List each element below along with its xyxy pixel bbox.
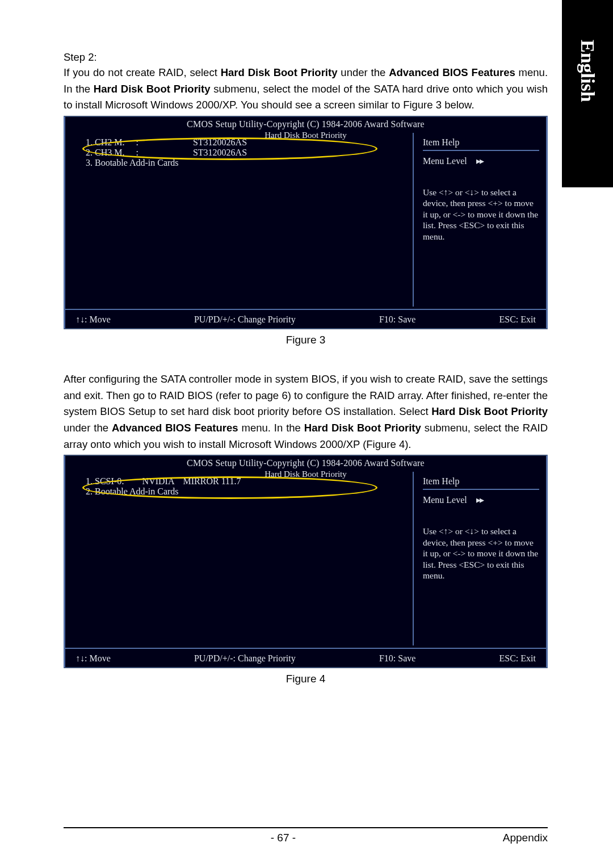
bios-left-panel: 1. SCSI-0: NVIDIA MIRROR 111.7 2. Bootab… xyxy=(65,472,413,645)
bold-text: Hard Disk Boot Priority xyxy=(221,66,338,78)
footer-move: ↑↓: Move xyxy=(75,653,111,664)
footer-save: F10: Save xyxy=(379,315,415,325)
language-tab: English xyxy=(562,0,613,187)
footer-exit: ESC: Exit xyxy=(499,653,536,664)
bios-screenshot-1: CMOS Setup Utility-Copyright (C) 1984-20… xyxy=(64,116,548,329)
text: If you do not create RAID, select xyxy=(64,66,221,78)
arrow-icon: ▸▸ xyxy=(476,156,483,166)
figure-caption-4: Figure 4 xyxy=(64,673,548,685)
bold-text: Hard Disk Boot Priority xyxy=(431,405,548,417)
page-footer: - 67 - Appendix xyxy=(64,827,548,844)
bold-text: Advanced BIOS Features xyxy=(112,422,238,434)
bold-text: Advanced BIOS Features xyxy=(389,66,515,78)
text: menu. In the xyxy=(238,422,304,434)
intro-paragraph: If you do not create RAID, select Hard D… xyxy=(64,65,548,114)
bios-copyright: CMOS Setup Utility-Copyright (C) 1984-20… xyxy=(65,456,546,468)
bios-subtitle: Hard Disk Boot Priority xyxy=(65,469,546,479)
bios-instructions: Use <↑> or <↓> to select a device, then … xyxy=(423,526,539,581)
main-content: Step 2: If you do not create RAID, selec… xyxy=(0,0,613,702)
text: under the xyxy=(64,422,112,434)
step-label: Step 2: xyxy=(64,51,548,64)
mid-paragraph: After configuring the SATA controller mo… xyxy=(64,371,548,452)
bios-instructions: Use <↑> or <↓> to select a device, then … xyxy=(423,187,539,242)
menu-level-label: Menu Level xyxy=(423,495,467,505)
arrow-icon: ▸▸ xyxy=(476,495,483,505)
bios-screenshot-2: CMOS Setup Utility-Copyright (C) 1984-20… xyxy=(64,455,548,668)
footer-exit: ESC: Exit xyxy=(499,315,536,325)
bios-help-panel: Item Help Menu Level ▸▸ Use <↑> or <↓> t… xyxy=(413,472,546,645)
figure-caption-3: Figure 3 xyxy=(64,334,548,346)
bios-left-panel: 1. CH2 M. : ST3120026AS 2. CH3 M. : ST31… xyxy=(65,133,413,307)
footer-change: PU/PD/+/-: Change Priority xyxy=(194,315,296,325)
text: under the xyxy=(337,66,389,78)
bold-text: Hard Disk Boot Priority xyxy=(304,422,421,434)
footer-move: ↑↓: Move xyxy=(75,315,111,325)
bios-copyright: CMOS Setup Utility-Copyright (C) 1984-20… xyxy=(65,117,546,129)
bold-text: Hard Disk Boot Priority xyxy=(94,83,211,95)
page-number: - 67 - xyxy=(271,832,296,844)
bios-footer: ↑↓: Move PU/PD/+/-: Change Priority F10:… xyxy=(65,648,546,664)
bios-help-panel: Item Help Menu Level ▸▸ Use <↑> or <↓> t… xyxy=(413,133,546,307)
appendix-label: Appendix xyxy=(503,832,548,844)
bios-subtitle: Hard Disk Boot Priority xyxy=(65,131,546,140)
footer-change: PU/PD/+/-: Change Priority xyxy=(194,653,296,664)
boot-row[interactable]: 2. Bootable Add-in Cards xyxy=(86,487,399,497)
footer-save: F10: Save xyxy=(379,653,415,664)
boot-row[interactable]: 3. Bootable Add-in Cards xyxy=(86,158,399,168)
boot-row[interactable]: 2. CH3 M. : ST3120026AS xyxy=(86,148,399,158)
bios-footer: ↑↓: Move PU/PD/+/-: Change Priority F10:… xyxy=(65,309,546,325)
menu-level-label: Menu Level xyxy=(423,156,467,166)
